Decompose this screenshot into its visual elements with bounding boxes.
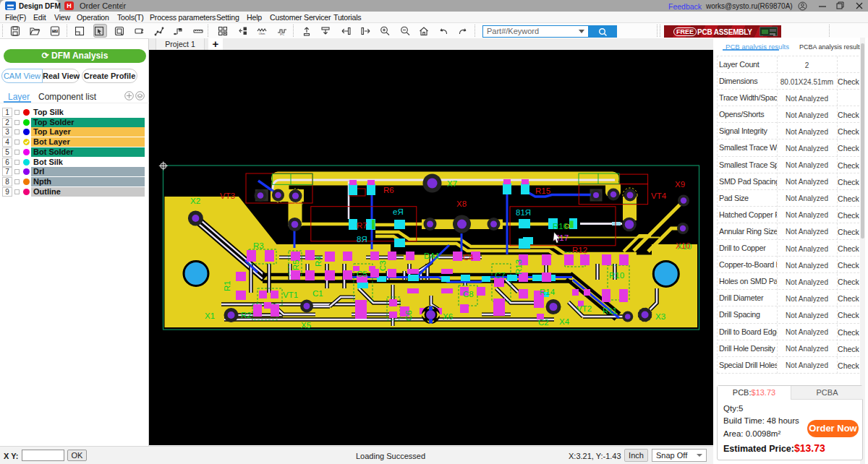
svg-text:X5: X5: [301, 321, 311, 330]
svg-text:R5: R5: [292, 259, 300, 270]
svg-text:C3: C3: [378, 260, 387, 271]
svg-text:X2: X2: [190, 197, 200, 205]
svg-text:X6: X6: [443, 312, 453, 321]
svg-text:X3: X3: [655, 312, 665, 321]
svg-text:C6: C6: [404, 310, 413, 321]
svg-text:R15: R15: [535, 186, 550, 195]
svg-text:R2: R2: [241, 311, 252, 319]
svg-text:C5: C5: [357, 270, 367, 278]
svg-text:R4: R4: [314, 256, 323, 267]
svg-text:X1: X1: [205, 312, 215, 320]
svg-text:Ohm: Ohm: [259, 32, 265, 35]
svg-text:R13: R13: [514, 259, 523, 275]
svg-text:C1: C1: [312, 289, 323, 298]
svg-text:C4: C4: [463, 253, 474, 262]
svg-text:R10: R10: [609, 271, 624, 280]
svg-text:R3: R3: [253, 241, 264, 250]
svg-text:R7: R7: [357, 221, 367, 230]
svg-text:R16: R16: [553, 222, 568, 231]
svg-text:X8: X8: [456, 199, 467, 208]
svg-text:X9: X9: [675, 180, 685, 189]
svg-text:X7: X7: [447, 179, 457, 188]
svg-text:еЯ: еЯ: [393, 207, 404, 216]
svg-text:8Я: 8Я: [357, 235, 367, 244]
svg-text:VT1: VT1: [283, 291, 298, 299]
svg-text:PCB: PCB: [52, 30, 58, 33]
svg-text:X4: X4: [559, 317, 570, 326]
svg-text:VT3: VT3: [220, 192, 235, 200]
svg-text:IPC: IPC: [280, 33, 284, 36]
svg-text:C2: C2: [538, 318, 549, 327]
svg-text:C8: C8: [463, 290, 474, 298]
svg-text:R14: R14: [540, 288, 556, 296]
svg-text:VT2: VT2: [576, 304, 592, 313]
svg-text:R12: R12: [572, 246, 587, 254]
svg-text:X10: X10: [677, 242, 692, 251]
svg-text:C7: C7: [495, 271, 506, 280]
svg-text:R11: R11: [603, 306, 617, 315]
svg-text:DA1: DA1: [424, 252, 440, 260]
svg-text:VT4: VT4: [651, 192, 667, 200]
svg-text:R6: R6: [383, 186, 394, 194]
svg-text:81Я: 81Я: [516, 208, 531, 217]
svg-text:R1: R1: [223, 280, 231, 291]
